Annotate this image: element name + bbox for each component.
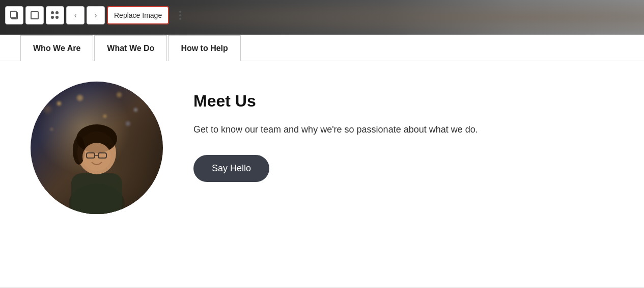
more-options-button[interactable] [171, 6, 189, 24]
tabs-container: Who We Are What We Do How to Help [0, 35, 644, 61]
pages-icon [10, 11, 19, 20]
back-button[interactable]: ‹ [66, 6, 85, 24]
tab-who-we-are[interactable]: Who We Are [20, 35, 93, 61]
forward-button[interactable]: › [87, 6, 105, 24]
svg-rect-1 [71, 173, 122, 214]
meet-us-section: Meet Us Get to know our team and why we'… [193, 82, 478, 182]
tab-what-we-do[interactable]: What We Do [94, 35, 167, 61]
lights-decoration [31, 82, 163, 214]
main-content: Meet Us Get to know our team and why we'… [0, 61, 644, 234]
say-hello-button[interactable]: Say Hello [193, 155, 269, 182]
chevron-right-icon: › [95, 11, 97, 19]
chevron-left-icon: ‹ [74, 11, 77, 19]
tab-how-to-help[interactable]: How to Help [168, 35, 240, 61]
grid-icon [51, 11, 59, 19]
replace-image-button[interactable]: Replace Image [107, 6, 169, 24]
square-button[interactable] [25, 6, 44, 24]
replace-image-label: Replace Image [114, 11, 162, 19]
meet-us-description: Get to know our team and why we're so pa… [193, 123, 478, 137]
square-icon [31, 11, 39, 19]
more-options-icon [179, 11, 181, 20]
person-silhouette [56, 102, 137, 214]
meet-us-heading: Meet Us [193, 92, 478, 111]
banner: ‹ › Replace Image [0, 0, 644, 35]
profile-image [31, 82, 163, 214]
grid-button[interactable] [46, 6, 64, 24]
toolbar: ‹ › Replace Image [5, 6, 189, 24]
pages-button[interactable] [5, 6, 23, 24]
